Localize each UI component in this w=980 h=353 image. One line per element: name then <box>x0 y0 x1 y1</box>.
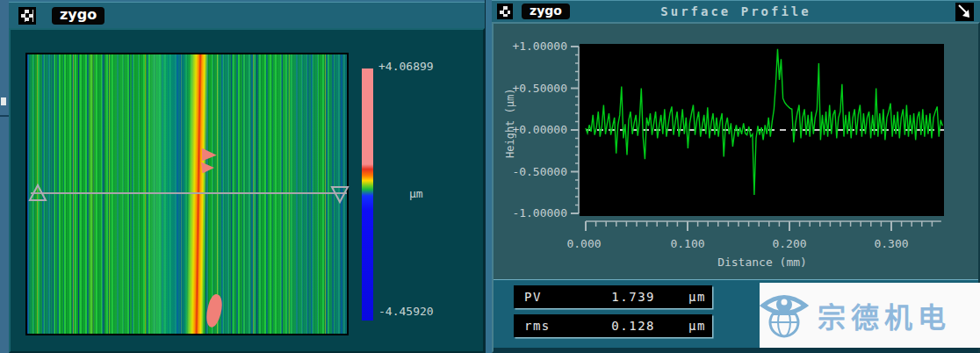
x-tick-label: 0.100 <box>663 237 712 250</box>
slice-end-handle-triangle-down-icon <box>332 187 348 202</box>
pv-result-box: PV 1.739 µm <box>514 285 712 308</box>
vendor-watermark: 宗德机电 <box>760 283 980 348</box>
y-axis-ticks <box>567 40 580 220</box>
pv-value: 1.739 <box>578 290 655 304</box>
y-tick-label: -0.50000 <box>509 165 567 178</box>
surface-topography-map[interactable] <box>25 53 349 335</box>
window-menu-checker-icon[interactable] <box>497 4 513 19</box>
y-tick-label: +1.00000 <box>509 40 567 53</box>
eye-globe-logo-icon <box>760 287 814 343</box>
height-colorbar <box>362 68 373 321</box>
surface-map-window: zygo +4.06899 µm -4.45920 <box>9 2 485 353</box>
occluded-window-divider <box>0 115 9 117</box>
window-menu-checker-icon[interactable] <box>18 7 36 25</box>
y-tick-label: -1.00000 <box>509 206 567 220</box>
occluded-window-edge <box>0 0 9 353</box>
x-axis-ticks <box>580 220 944 233</box>
x-tick-label: 0.000 <box>559 237 609 250</box>
pv-unit: µm <box>688 290 706 304</box>
desktop-gap <box>485 0 492 353</box>
surface-profile-window: zygo Surface Profile Height (µm) +1.0000… <box>492 0 980 353</box>
pv-label: PV <box>515 290 578 304</box>
x-axis-label: Distance (mm) <box>701 256 824 269</box>
profile-line-chart <box>580 44 944 216</box>
colorbar-max-label: +4.06899 <box>378 60 434 73</box>
profile-slice-line[interactable] <box>27 54 350 337</box>
rms-result-box: rms 0.128 µm <box>514 314 712 337</box>
rms-unit: µm <box>688 319 706 333</box>
zygo-logo: zygo <box>52 7 104 25</box>
surface-map-titlebar[interactable]: zygo <box>9 2 485 28</box>
corner-arrow-icon[interactable] <box>955 3 974 21</box>
watermark-text: 宗德机电 <box>818 295 951 335</box>
rms-label: rms <box>515 319 578 333</box>
surface-profile-titlebar[interactable]: zygo Surface Profile <box>492 0 980 22</box>
occluded-window-glyph <box>1 97 6 105</box>
y-tick-label: +0.50000 <box>509 82 567 95</box>
y-tick-label: +0.00000 <box>509 123 567 136</box>
colorbar-min-label: -4.45920 <box>378 305 434 318</box>
window-bottom-edge <box>494 348 978 353</box>
colorbar-unit-label: µm <box>409 187 423 200</box>
profile-plot-area <box>580 44 944 216</box>
rms-value: 0.128 <box>578 319 655 333</box>
zygo-logo: zygo <box>522 4 570 19</box>
x-tick-label: 0.200 <box>765 237 814 250</box>
x-tick-label: 0.300 <box>867 237 916 250</box>
